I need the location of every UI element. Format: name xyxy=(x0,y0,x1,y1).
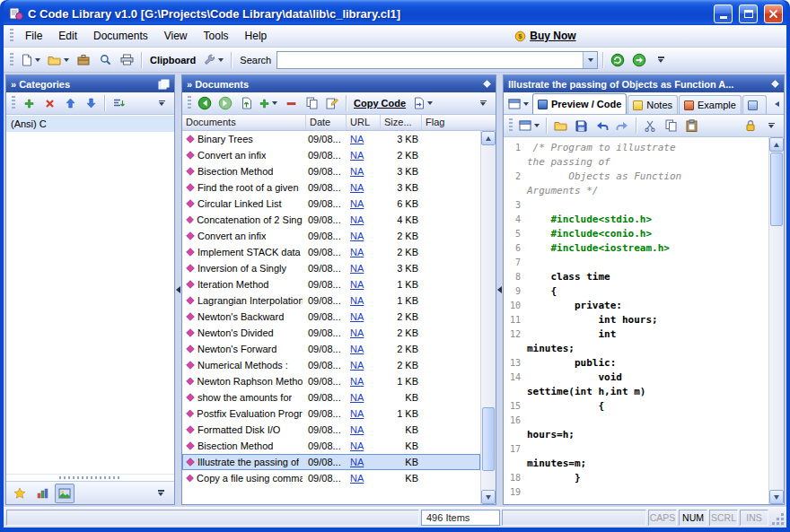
move-up-button[interactable] xyxy=(60,93,80,113)
table-row[interactable]: Bisection Method 09/08... NA 3 KB xyxy=(182,163,480,179)
document-url-link[interactable]: NA xyxy=(350,424,364,435)
copy-code-button[interactable]: Copy Code xyxy=(350,98,409,109)
table-row[interactable]: Inversion of a Singly 09/08... NA 3 KB xyxy=(182,260,480,276)
document-url-link[interactable]: NA xyxy=(350,473,364,484)
menu-item[interactable]: Documents xyxy=(86,27,155,45)
table-row[interactable]: Numerical Methods : 09/08... NA 2 KB xyxy=(182,357,480,373)
print-button[interactable] xyxy=(117,50,136,70)
document-url-link[interactable]: NA xyxy=(350,376,364,387)
tab[interactable] xyxy=(742,95,767,114)
toolbar-overflow-button[interactable] xyxy=(651,50,671,70)
tabs-scroll-left-button[interactable] xyxy=(768,94,787,114)
move-down-button[interactable] xyxy=(81,93,101,113)
table-row[interactable]: Implement STACK data 09/08... NA 2 KB xyxy=(182,244,480,260)
maximize-button[interactable] xyxy=(739,4,758,23)
scroll-up-button[interactable] xyxy=(769,137,784,152)
splitter-left[interactable] xyxy=(175,74,181,505)
scroll-up-button[interactable] xyxy=(481,131,496,145)
documents-overflow-button[interactable] xyxy=(473,93,493,113)
table-row[interactable]: Newton's Backward 09/08... NA 2 KB xyxy=(182,309,480,325)
table-row[interactable]: Lagrangian Interpolation 09/08... NA 1 K… xyxy=(182,292,480,309)
editor-scrollbar[interactable] xyxy=(768,137,784,504)
document-url-link[interactable]: NA xyxy=(350,231,364,241)
column-header[interactable]: Size... xyxy=(381,115,422,130)
code-editor[interactable]: 1 /* Program to illustrate the passing o… xyxy=(504,137,784,504)
table-row[interactable]: show the amounts for 09/08... NA KB xyxy=(182,389,480,406)
editor-save-button[interactable] xyxy=(571,116,591,135)
view-mode-button[interactable] xyxy=(505,94,531,114)
editor-overflow-button[interactable] xyxy=(761,116,781,135)
forward-button[interactable] xyxy=(215,93,235,113)
document-url-link[interactable]: NA xyxy=(350,327,364,338)
table-row[interactable]: Concatenation of 2 Singl... 09/08... NA … xyxy=(182,212,480,228)
editor-view-button[interactable] xyxy=(516,116,542,135)
favorites-button[interactable] xyxy=(10,484,30,503)
back-button[interactable] xyxy=(195,93,215,113)
bottom-overflow-button[interactable] xyxy=(151,484,171,503)
toolbar-grip[interactable] xyxy=(509,118,513,133)
table-row[interactable]: Postfix Evaluation Progr... 09/08... NA … xyxy=(182,406,480,422)
table-row[interactable]: Find the root of a given 09/08... NA 3 K… xyxy=(182,179,480,196)
search-input[interactable] xyxy=(277,52,583,68)
document-url-link[interactable]: NA xyxy=(350,440,364,451)
toolbar-grip[interactable] xyxy=(10,29,13,43)
scrollbar-thumb[interactable] xyxy=(482,407,495,471)
close-button[interactable] xyxy=(764,4,783,23)
menu-item[interactable]: Edit xyxy=(51,27,84,45)
cut-button[interactable] xyxy=(640,116,660,135)
document-url-link[interactable]: NA xyxy=(350,214,364,225)
undo-button[interactable] xyxy=(592,116,611,135)
tab[interactable]: Preview / Code xyxy=(532,93,627,114)
table-row[interactable]: Newton's Divided 09/08... NA 2 KB xyxy=(182,325,480,341)
table-row[interactable]: Circular Linked List 09/08... NA 6 KB xyxy=(182,196,480,212)
document-url-link[interactable]: NA xyxy=(350,182,364,193)
panel-menu-icon[interactable] xyxy=(483,80,491,88)
document-url-link[interactable]: NA xyxy=(350,198,364,209)
table-row[interactable]: Binary Trees 09/08... NA 3 KB xyxy=(182,131,480,147)
pages-icon[interactable] xyxy=(158,79,170,90)
document-url-link[interactable]: NA xyxy=(350,360,364,371)
statistics-button[interactable] xyxy=(32,484,52,503)
menu-item[interactable]: File xyxy=(18,27,49,45)
table-row[interactable]: Formatted Disk I/O 09/08... NA KB xyxy=(182,422,480,438)
go-button[interactable] xyxy=(629,50,649,70)
category-item[interactable]: (Ansi) C xyxy=(6,116,174,132)
edit-document-button[interactable] xyxy=(322,93,342,113)
column-header[interactable]: Documents xyxy=(182,115,306,130)
document-url-link[interactable]: NA xyxy=(350,150,364,161)
menu-item[interactable]: Help xyxy=(238,27,275,45)
editor-copy-button[interactable] xyxy=(661,116,680,135)
delete-category-button[interactable] xyxy=(40,93,59,113)
add-category-button[interactable] xyxy=(19,93,39,113)
document-url-link[interactable]: NA xyxy=(350,279,364,290)
table-row[interactable]: Convert an infix 09/08... NA 2 KB xyxy=(182,147,480,163)
buy-now-link[interactable]: $ Buy Now xyxy=(514,30,575,42)
document-url-link[interactable]: NA xyxy=(350,392,364,403)
table-row[interactable]: Bisection Method 09/08... NA KB xyxy=(182,438,480,454)
remove-document-button[interactable] xyxy=(281,93,301,113)
refresh-button[interactable] xyxy=(608,50,628,70)
document-url-link[interactable]: NA xyxy=(350,247,364,257)
document-url-link[interactable]: NA xyxy=(350,295,364,306)
scrollbar-thumb[interactable] xyxy=(770,153,783,226)
document-url-link[interactable]: NA xyxy=(350,311,364,322)
minimize-button[interactable] xyxy=(714,4,733,23)
scroll-down-button[interactable] xyxy=(481,490,496,504)
menu-item[interactable]: View xyxy=(157,27,195,45)
gallery-button[interactable] xyxy=(55,484,75,503)
scroll-down-button[interactable] xyxy=(769,490,784,504)
table-row[interactable]: Newton Raphson Method 09/08... NA 1 KB xyxy=(182,373,480,389)
document-url-link[interactable]: NA xyxy=(350,408,364,419)
add-document-button[interactable] xyxy=(257,93,280,113)
table-row[interactable]: Illustrate the passing of 09/08... NA KB xyxy=(182,454,480,470)
categories-overflow-button[interactable] xyxy=(152,93,171,113)
toolbar-grip[interactable] xyxy=(188,96,191,110)
document-url-link[interactable]: NA xyxy=(350,344,364,354)
clipboard-options-button[interactable] xyxy=(201,50,226,70)
column-header[interactable]: URL xyxy=(347,115,381,130)
document-url-link[interactable]: NA xyxy=(350,134,364,144)
categories-splitter-handle[interactable] xyxy=(6,474,174,481)
table-row[interactable]: Convert an infix 09/08... NA 2 KB xyxy=(182,228,480,244)
tab[interactable]: Notes xyxy=(628,95,678,114)
column-header[interactable]: Flag xyxy=(422,115,496,130)
